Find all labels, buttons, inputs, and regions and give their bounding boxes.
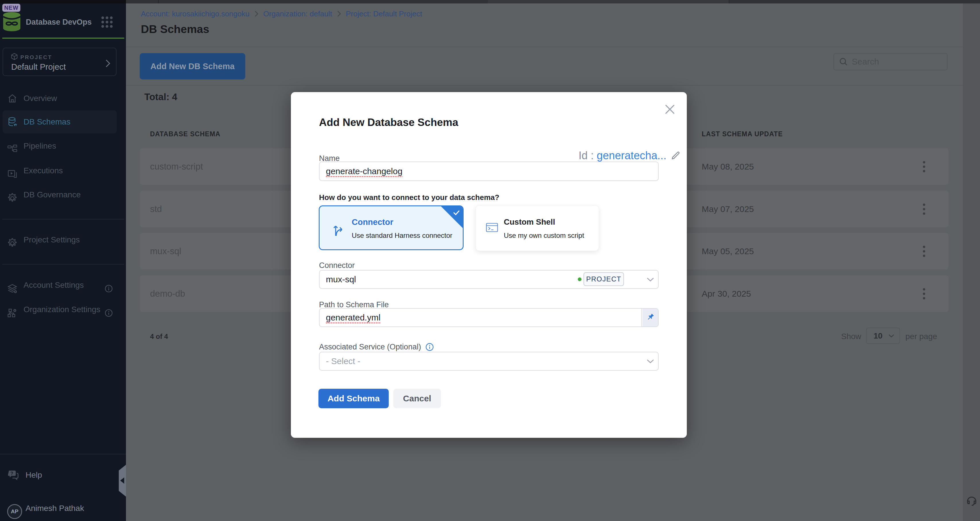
svg-text:?: ? xyxy=(10,471,13,476)
